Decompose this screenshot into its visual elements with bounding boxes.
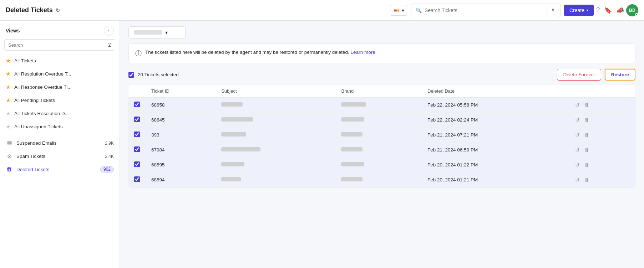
help-button[interactable]: ?: [594, 4, 602, 16]
ticket-deleted-date-cell: Feb 20, 2024 01:22 PM: [422, 158, 568, 172]
select-all-checkbox[interactable]: [128, 72, 134, 78]
restore-button[interactable]: Restore: [605, 69, 635, 81]
notifications-button[interactable]: 📣: [614, 4, 626, 16]
brand-blur: [341, 132, 362, 136]
refresh-icon[interactable]: ↻: [56, 7, 60, 13]
ticket-deleted-date-cell: Feb 21, 2024 06:59 PM: [422, 143, 568, 158]
search-icon: 🔍: [416, 7, 422, 13]
spam-icon: ⊘: [6, 153, 13, 160]
search-divider: [547, 7, 547, 14]
brand-blur: [341, 177, 362, 181]
row-checkbox[interactable]: [134, 176, 140, 182]
sidebar-item-spam-tickets[interactable]: ⊘ Spam Tickets 2.4K: [0, 150, 120, 163]
sidebar-filter-icon[interactable]: ⊻: [108, 42, 111, 48]
sidebar-item-suspended-emails[interactable]: ✉ Suspended Emails 2.9K: [0, 136, 120, 150]
sidebar-item-response-overdue[interactable]: ★ All Response Overdue Ti...: [0, 81, 120, 94]
row-checkbox[interactable]: [134, 132, 140, 137]
star-icon: ★: [6, 110, 11, 117]
row-checkbox[interactable]: [134, 102, 140, 107]
brand-blur: [341, 102, 366, 107]
row-checkbox[interactable]: [134, 117, 140, 122]
delete-icon[interactable]: 🗑: [584, 177, 589, 183]
ticket-id-cell: 68645: [146, 113, 215, 128]
col-checkbox: [128, 85, 146, 98]
ticket-action-cell: ↺ 🗑: [568, 128, 635, 143]
sidebar: Views ‹ ⊻ ★ All Tickets ★ All Resolution…: [0, 21, 120, 268]
ticket-subject-cell: [215, 113, 335, 128]
star-icon: ★: [6, 71, 11, 77]
delete-icon[interactable]: 🗑: [584, 117, 589, 123]
table-actions: 20 Tickets selected Delete Forever Resto…: [128, 69, 635, 81]
dropdown-chevron-icon: ▾: [165, 30, 168, 35]
sidebar-search-input[interactable]: [8, 42, 105, 48]
ticket-subject-cell: [215, 98, 335, 113]
sidebar-item-deleted-tickets[interactable]: 🗑 Deleted Tickets 902: [0, 163, 120, 176]
learn-more-link[interactable]: Learn more: [351, 50, 375, 55]
brand-blur: [341, 147, 362, 151]
ticket-type-selector[interactable]: 🎫 ▾: [390, 5, 408, 16]
sidebar-collapse-button[interactable]: ‹: [104, 26, 114, 36]
brand-blur: [341, 117, 364, 122]
filter-icon[interactable]: ⊻: [550, 6, 556, 15]
sidebar-item-resolution-due[interactable]: ★ All Tickets Resolution D...: [0, 107, 120, 120]
info-banner: ⓘ The tickets listed here will be delete…: [128, 43, 635, 63]
restore-history-icon[interactable]: ↺: [575, 147, 580, 153]
sidebar-item-unassigned[interactable]: ★ All Unassigned Tickets: [0, 120, 120, 133]
table-row: 67984 Feb 21, 2024 06:59 PM ↺ 🗑: [128, 143, 635, 158]
table-header-row: Ticket ID Subject Brand Deleted Date: [128, 85, 635, 98]
row-checkbox-cell: [128, 128, 146, 143]
restore-history-icon[interactable]: ↺: [575, 102, 580, 108]
view-dropdown[interactable]: ▾: [128, 26, 186, 38]
delete-icon[interactable]: 🗑: [584, 132, 589, 138]
row-checkbox-cell: [128, 172, 146, 187]
row-checkbox[interactable]: [134, 161, 140, 167]
ticket-subject-cell: [215, 128, 335, 143]
content-header: ▾: [128, 26, 635, 38]
bookmark-button[interactable]: 🔖: [602, 4, 614, 16]
main-area: Views ‹ ⊻ ★ All Tickets ★ All Resolution…: [0, 21, 644, 268]
col-subject: Subject: [215, 85, 335, 98]
sidebar-item-pending-tickets[interactable]: ★ All Pending Tickets: [0, 94, 120, 107]
email-icon: ✉: [6, 140, 13, 146]
sidebar-item-resolution-overdue[interactable]: ★ All Resolution Overdue T...: [0, 67, 120, 81]
restore-history-icon[interactable]: ↺: [575, 162, 580, 168]
sidebar-item-all-tickets[interactable]: ★ All Tickets: [0, 54, 120, 67]
create-button[interactable]: Create ▾: [564, 5, 594, 16]
delete-forever-button[interactable]: Delete Forever: [557, 69, 601, 81]
page-title: Deleted Tickets ↻: [6, 6, 60, 14]
star-icon: ★: [6, 57, 11, 64]
subject-blur: [221, 147, 260, 151]
main-content: ▾ ⓘ The tickets listed here will be dele…: [120, 21, 644, 268]
delete-icon[interactable]: 🗑: [584, 102, 589, 108]
restore-history-icon[interactable]: ↺: [575, 117, 580, 123]
delete-icon[interactable]: 🗑: [584, 162, 589, 168]
top-nav: Deleted Tickets ↻ 🎫 ▾ 🔍 ⊻ Create ▾ ? 🔖 📣…: [0, 0, 644, 21]
brand-blur: [341, 162, 364, 166]
ticket-id-cell: 393: [146, 128, 215, 143]
info-icon: ⓘ: [135, 49, 142, 58]
delete-icon[interactable]: 🗑: [584, 147, 589, 153]
ticket-id-cell: 67984: [146, 143, 215, 158]
star-icon: ★: [6, 97, 11, 104]
ticket-deleted-date-cell: Feb 20, 2024 01:21 PM: [422, 172, 568, 187]
table-row: 68658 Feb 22, 2024 05:58 PM ↺ 🗑: [128, 98, 635, 113]
table-row: 68594 Feb 20, 2024 01:21 PM ↺ 🗑: [128, 172, 635, 187]
search-tickets-input[interactable]: [425, 7, 544, 13]
ticket-brand-cell: [335, 113, 422, 128]
row-checkbox-cell: [128, 158, 146, 172]
ticket-action-cell: ↺ 🗑: [568, 113, 635, 128]
row-checkbox-cell: [128, 98, 146, 113]
ticket-brand-cell: [335, 128, 422, 143]
row-checkbox[interactable]: [134, 146, 140, 152]
restore-history-icon[interactable]: ↺: [575, 132, 580, 138]
restore-history-icon[interactable]: ↺: [575, 177, 580, 183]
ticket-brand-cell: [335, 143, 422, 158]
selected-count: 20 Tickets selected: [128, 72, 179, 78]
subject-blur: [221, 102, 243, 107]
ticket-id-cell: 68658: [146, 98, 215, 113]
search-bar: 🔍 ⊻: [411, 4, 561, 17]
avatar[interactable]: BD: [626, 4, 638, 16]
dropdown-label-blur: [134, 30, 162, 35]
col-actions: [568, 85, 635, 98]
col-ticket-id: Ticket ID: [146, 85, 215, 98]
